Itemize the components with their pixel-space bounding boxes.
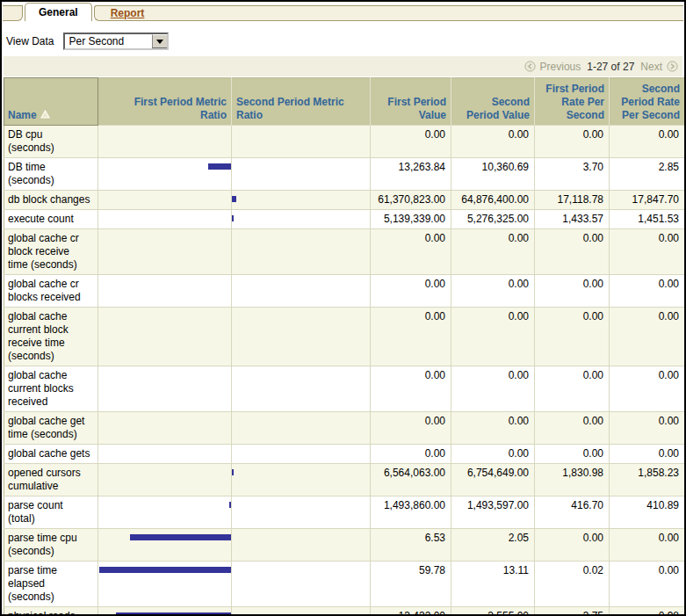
metric-name-cell: execute count: [4, 210, 98, 229]
first-period-rate-cell: 17,118.78: [535, 191, 610, 210]
second-period-rate-cell: 0.00: [610, 308, 685, 366]
first-period-value-cell: 6.53: [371, 529, 451, 562]
view-data-selected-value: Per Second: [65, 34, 152, 48]
metric-name-cell: global cache current blocks received: [4, 366, 98, 412]
first-period-value-cell: 61,370,823.00: [371, 191, 451, 210]
first-period-value-cell: 6,564,063.00: [371, 464, 451, 496]
tab-general-label: General: [39, 6, 78, 18]
second-period-value-cell: 2.05: [451, 529, 535, 562]
first-period-rate-cell: 0.00: [535, 308, 610, 366]
first-period-rate-cell: 416.70: [535, 496, 610, 529]
first-period-metric-ratio-cell: [98, 229, 232, 275]
metric-name-cell: global cache current block receive time …: [4, 308, 98, 366]
view-data-row: View Data Per Second: [6, 33, 684, 50]
second-period-rate-cell: 1,451.53: [610, 210, 685, 229]
first-period-rate-cell: 0.00: [535, 445, 610, 464]
second-period-value-cell: 0.00: [451, 445, 535, 464]
next-circle-icon[interactable]: [667, 61, 678, 72]
second-period-metric-ratio-cell: [232, 366, 371, 412]
metric-name-cell: DB time (seconds): [4, 158, 98, 191]
first-period-metric-ratio-cell: [98, 496, 232, 529]
second-period-metric-ratio-cell: [232, 607, 371, 616]
second-period-value-cell: 13.11: [451, 562, 535, 607]
table-row: physical reads13,432.003,555.003.750.98: [4, 607, 685, 616]
table-row: parse time elapsed (seconds)59.7813.110.…: [4, 562, 685, 607]
metric-ratio-bar: [208, 163, 231, 170]
second-period-metric-ratio-cell: [232, 412, 371, 445]
first-period-metric-ratio-cell: [98, 210, 232, 229]
second-period-value-cell: 0.00: [451, 126, 535, 158]
column-header-name[interactable]: Name: [4, 78, 98, 126]
table-row: parse count (total)1,493,860.001,493,597…: [4, 496, 685, 529]
metric-name-cell: global cache gets: [4, 445, 98, 464]
first-period-value-cell: 0.00: [371, 229, 451, 275]
second-period-metric-ratio-cell: [232, 308, 371, 366]
second-period-rate-cell: 0.00: [610, 562, 685, 607]
metric-ratio-bar: [232, 469, 234, 475]
column-header-name-label: Name: [8, 109, 37, 121]
metric-ratio-bar: [232, 215, 234, 221]
previous-circle-icon[interactable]: [524, 61, 536, 72]
metric-ratio-bar: [99, 567, 231, 573]
second-period-value-cell: 1,493,597.00: [451, 496, 535, 529]
first-period-metric-ratio-cell: [98, 562, 232, 607]
table-row: global cache cr blocks received0.000.000…: [4, 275, 685, 308]
next-button[interactable]: Next: [640, 61, 662, 73]
sort-ascending-icon: [40, 110, 50, 119]
first-period-metric-ratio-cell: [98, 158, 232, 191]
metric-name-cell: DB cpu (seconds): [4, 126, 98, 158]
column-header-first-period-rate[interactable]: First Period Rate Per Second: [535, 78, 610, 126]
second-period-metric-ratio-cell: [232, 464, 371, 496]
pagination-bar: Previous 1-27 of 27 Next: [4, 56, 682, 76]
first-period-value-cell: 13,432.00: [371, 607, 451, 616]
table-row: global cache get time (seconds)0.000.000…: [4, 412, 685, 445]
table-row: parse time cpu (seconds)6.532.050.000.00: [4, 529, 685, 562]
column-header-second-period-value[interactable]: Second Period Value: [451, 78, 535, 126]
tab-report-link[interactable]: Report: [111, 7, 145, 19]
table-row: global cache current blocks received0.00…: [4, 366, 685, 412]
dropdown-arrow-button[interactable]: [152, 34, 167, 48]
first-period-rate-cell: 0.00: [535, 412, 610, 445]
view-data-select[interactable]: Per Second: [63, 33, 169, 50]
metric-name-cell: parse time cpu (seconds): [4, 529, 98, 562]
metric-ratio-bar: [232, 196, 236, 202]
first-period-value-cell: 13,263.84: [371, 158, 451, 191]
second-period-metric-ratio-cell: [232, 562, 371, 607]
column-header-second-period-rate[interactable]: Second Period Rate Per Second: [610, 78, 685, 126]
table-row: opened cursors cumulative6,564,063.006,7…: [4, 464, 685, 496]
table-row: DB time (seconds)13,263.8410,360.693.702…: [4, 158, 685, 191]
second-period-rate-cell: 0.98: [610, 607, 685, 616]
second-period-metric-ratio-cell: [232, 191, 371, 210]
metric-name-cell: global cache cr blocks received: [4, 275, 98, 308]
column-header-first-period-metric-ratio[interactable]: First Period Metric Ratio: [98, 78, 232, 126]
second-period-metric-ratio-cell: [232, 529, 371, 562]
metric-name-cell: global cache get time (seconds): [4, 412, 98, 445]
tab-bar-left-stub: [3, 5, 23, 21]
previous-button[interactable]: Previous: [540, 61, 581, 73]
first-period-rate-cell: 0.02: [535, 562, 610, 607]
tab-general[interactable]: General: [25, 3, 92, 21]
metric-ratio-bar: [116, 612, 231, 616]
column-header-first-period-value[interactable]: First Period Value: [371, 78, 451, 126]
table-body: DB cpu (seconds)0.000.000.000.00DB time …: [4, 126, 685, 616]
second-period-metric-ratio-cell: [232, 210, 371, 229]
first-period-value-cell: 0.00: [371, 412, 451, 445]
second-period-rate-cell: 410.89: [610, 496, 685, 529]
first-period-value-cell: 59.78: [371, 562, 451, 607]
first-period-rate-cell: 1,830.98: [535, 464, 610, 496]
tab-report[interactable]: Report: [94, 5, 683, 21]
second-period-rate-cell: 0.00: [610, 445, 685, 464]
second-period-value-cell: 64,876,400.00: [451, 191, 535, 210]
metric-name-cell: opened cursors cumulative: [4, 464, 98, 496]
column-header-second-period-metric-ratio[interactable]: Second Period Metric Ratio: [232, 78, 371, 126]
table-row: DB cpu (seconds)0.000.000.000.00: [4, 126, 685, 158]
view-data-label: View Data: [6, 35, 54, 47]
second-period-metric-ratio-cell: [232, 496, 371, 529]
second-period-rate-cell: 0.00: [610, 529, 685, 562]
window: General Report View Data Per Second Prev…: [0, 0, 686, 616]
header-row: Name First Period Metric Ratio Second Pe…: [4, 78, 685, 126]
first-period-metric-ratio-cell: [98, 126, 232, 158]
second-period-value-cell: 0.00: [451, 229, 535, 275]
first-period-rate-cell: 0.00: [535, 229, 610, 275]
first-period-metric-ratio-cell: [98, 607, 232, 616]
